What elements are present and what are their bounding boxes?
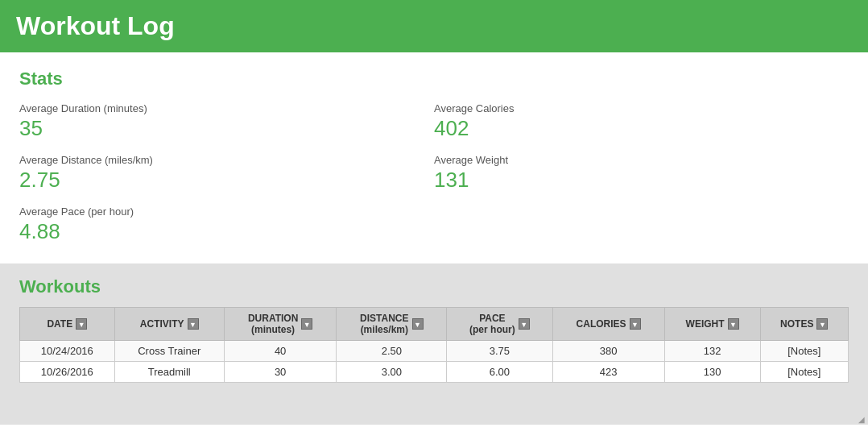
cell-distance: 2.50 (337, 341, 447, 362)
stat-avg-pace-value: 4.88 (19, 219, 849, 244)
stat-avg-distance-label: Average Distance (miles/km) (19, 154, 434, 166)
distance-dropdown-icon[interactable]: ▼ (412, 318, 424, 330)
stat-avg-calories: Average Calories 402 (434, 102, 849, 141)
cell-duration: 40 (224, 341, 337, 362)
stat-avg-calories-value: 402 (434, 116, 849, 141)
workouts-title: Workouts (19, 276, 849, 297)
weight-dropdown-icon[interactable]: ▼ (728, 318, 739, 330)
cell-date: 10/26/2016 (20, 362, 115, 383)
cell-activity: Cross Trainer (114, 341, 224, 362)
calories-dropdown-icon[interactable]: ▼ (630, 318, 641, 330)
cell-calories: 380 (552, 341, 664, 362)
cell-activity: Treadmill (114, 362, 224, 383)
stat-avg-weight-label: Average Weight (434, 154, 849, 166)
col-header-duration: DURATION (minutes) ▼ (224, 308, 337, 341)
stat-avg-weight: Average Weight 131 (434, 154, 849, 193)
cell-weight: 130 (664, 362, 760, 383)
stat-avg-duration-label: Average Duration (minutes) (19, 102, 434, 114)
stat-avg-pace-label: Average Pace (per hour) (19, 205, 849, 218)
workout-table-body: 10/24/2016Cross Trainer402.503.75380132[… (20, 341, 849, 383)
cell-distance: 3.00 (337, 362, 447, 383)
date-dropdown-icon[interactable]: ▼ (76, 318, 87, 330)
app-header: Workout Log (0, 0, 868, 52)
stat-avg-duration: Average Duration (minutes) 35 (19, 102, 434, 141)
col-header-pace: PACE (per hour) ▼ (447, 308, 552, 341)
resize-handle[interactable]: ◢ (858, 415, 865, 421)
table-header-row: DATE ▼ ACTIVITY ▼ DURATION (minutes) ▼ (20, 308, 849, 341)
stat-avg-pace: Average Pace (per hour) 4.88 (19, 205, 849, 244)
pace-dropdown-icon[interactable]: ▼ (519, 318, 530, 330)
cell-duration: 30 (224, 362, 337, 383)
col-header-distance: DISTANCE (miles/km) ▼ (337, 308, 447, 341)
col-header-calories: CALORIES ▼ (552, 308, 664, 341)
stats-title: Stats (19, 68, 849, 89)
stat-avg-distance: Average Distance (miles/km) 2.75 (19, 154, 434, 193)
duration-dropdown-icon[interactable]: ▼ (301, 318, 312, 330)
stat-avg-duration-value: 35 (19, 116, 434, 141)
table-row: 10/26/2016Treadmill303.006.00423130[Note… (20, 362, 849, 383)
cell-calories: 423 (552, 362, 664, 383)
cell-pace: 3.75 (447, 341, 552, 362)
workout-table: DATE ▼ ACTIVITY ▼ DURATION (minutes) ▼ (19, 307, 849, 383)
cell-date: 10/24/2016 (20, 341, 115, 362)
cell-notes: [Notes] (760, 341, 848, 362)
col-header-activity: ACTIVITY ▼ (114, 308, 224, 341)
col-header-date: DATE ▼ (20, 308, 115, 341)
stat-avg-distance-value: 2.75 (19, 168, 434, 193)
stat-avg-calories-label: Average Calories (434, 102, 849, 114)
activity-dropdown-icon[interactable]: ▼ (188, 318, 199, 330)
workouts-section: Workouts DATE ▼ ACTIVITY ▼ (0, 263, 868, 425)
table-row: 10/24/2016Cross Trainer402.503.75380132[… (20, 341, 849, 362)
app-title: Workout Log (16, 11, 852, 41)
cell-weight: 132 (664, 341, 760, 362)
stats-grid: Average Duration (minutes) 35 Average Ca… (19, 102, 849, 244)
col-header-notes: NOTES ▼ (760, 308, 848, 341)
stats-section: Stats Average Duration (minutes) 35 Aver… (0, 52, 868, 263)
stat-avg-weight-value: 131 (434, 168, 849, 193)
cell-notes: [Notes] (760, 362, 848, 383)
cell-pace: 6.00 (447, 362, 552, 383)
col-header-weight: WEIGHT ▼ (664, 308, 760, 341)
notes-dropdown-icon[interactable]: ▼ (816, 318, 828, 330)
